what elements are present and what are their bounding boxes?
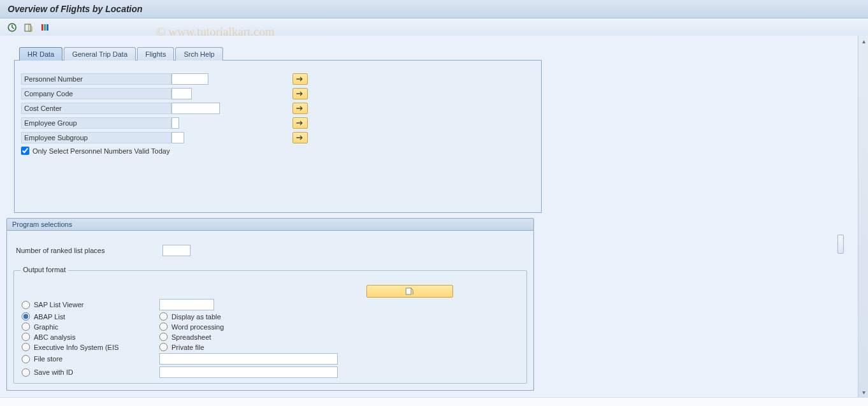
personnel-number-input[interactable] bbox=[171, 73, 208, 85]
content-area: HR Data General Trip Data Flights Srch H… bbox=[0, 36, 858, 397]
only-valid-today-checkbox[interactable] bbox=[21, 147, 29, 155]
cost-center-input[interactable] bbox=[171, 103, 220, 114]
file-store-input[interactable] bbox=[159, 353, 338, 365]
spreadsheet-radio[interactable] bbox=[159, 333, 168, 341]
employee-subgroup-label: Employee Subgroup bbox=[21, 132, 171, 143]
private-file-label: Private file bbox=[171, 344, 204, 351]
cost-center-multi-button[interactable] bbox=[293, 103, 308, 114]
abap-list-radio[interactable] bbox=[22, 312, 30, 321]
word-processing-radio[interactable] bbox=[159, 323, 168, 331]
page-icon bbox=[405, 287, 415, 295]
save-with-id-input[interactable] bbox=[159, 366, 338, 378]
ranked-places-input[interactable] bbox=[163, 245, 191, 256]
tab-flights[interactable]: Flights bbox=[137, 47, 174, 61]
svg-rect-7 bbox=[406, 288, 411, 294]
variant-icon[interactable] bbox=[23, 22, 34, 33]
personnel-number-multi-button[interactable] bbox=[293, 73, 308, 85]
only-valid-today-label: Only Select Personnel Numbers Valid Toda… bbox=[33, 147, 170, 155]
abap-list-label: ABAP List bbox=[34, 313, 65, 321]
arrow-right-icon bbox=[296, 134, 305, 141]
svg-line-2 bbox=[12, 27, 14, 29]
sap-list-viewer-radio[interactable] bbox=[22, 301, 30, 309]
sap-list-viewer-label: SAP List Viewer bbox=[34, 301, 83, 308]
employee-subgroup-input[interactable] bbox=[171, 132, 184, 143]
abc-analysis-radio[interactable] bbox=[22, 333, 30, 341]
save-with-id-radio[interactable] bbox=[22, 368, 30, 377]
eis-radio[interactable] bbox=[22, 343, 30, 351]
inner-scroll-handle[interactable] bbox=[837, 235, 844, 254]
vertical-scrollbar[interactable]: ▴ ▾ bbox=[858, 36, 868, 397]
file-store-label: File store bbox=[34, 355, 62, 363]
scroll-up-icon[interactable]: ▴ bbox=[858, 36, 868, 46]
svg-rect-5 bbox=[44, 24, 46, 31]
status-bar bbox=[0, 397, 868, 406]
employee-group-input[interactable] bbox=[171, 117, 179, 129]
scroll-down-icon[interactable]: ▾ bbox=[858, 387, 868, 397]
arrow-right-icon bbox=[296, 76, 305, 82]
company-code-label: Company Code bbox=[21, 88, 171, 99]
display-as-table-label: Display as table bbox=[171, 313, 221, 321]
ranked-places-label: Number of ranked list places bbox=[16, 247, 163, 254]
file-store-radio[interactable] bbox=[22, 355, 30, 363]
eis-label: Executive Info System (EIS bbox=[34, 344, 119, 351]
output-pager-button[interactable] bbox=[366, 285, 453, 298]
save-with-id-label: Save with ID bbox=[34, 368, 73, 376]
arrow-right-icon bbox=[296, 120, 305, 126]
personnel-number-label: Personnel Number bbox=[21, 73, 171, 85]
employee-group-multi-button[interactable] bbox=[293, 117, 308, 129]
company-code-input[interactable] bbox=[171, 88, 192, 99]
arrow-right-icon bbox=[296, 91, 305, 97]
page-title: Overview of Flights by Location bbox=[0, 0, 868, 18]
svg-rect-4 bbox=[41, 24, 43, 31]
employee-group-label: Employee Group bbox=[21, 117, 171, 129]
spreadsheet-label: Spreadsheet bbox=[171, 333, 211, 341]
selection-icon[interactable] bbox=[40, 22, 51, 33]
svg-rect-3 bbox=[25, 24, 31, 31]
arrow-right-icon bbox=[296, 105, 305, 112]
tab-general-trip-data[interactable]: General Trip Data bbox=[64, 47, 136, 61]
svg-rect-6 bbox=[47, 24, 48, 31]
abc-analysis-label: ABC analysis bbox=[34, 333, 75, 341]
tab-strip: HR Data General Trip Data Flights Srch H… bbox=[19, 47, 851, 61]
tab-srch-help[interactable]: Srch Help bbox=[175, 47, 222, 61]
sap-list-viewer-input[interactable] bbox=[159, 299, 214, 310]
execute-icon[interactable] bbox=[6, 22, 18, 33]
graphic-radio[interactable] bbox=[22, 323, 30, 331]
output-format-legend: Output format bbox=[20, 266, 68, 273]
cost-center-label: Cost Center bbox=[21, 103, 171, 114]
tab-hr-data[interactable]: HR Data bbox=[19, 47, 62, 61]
word-processing-label: Word processing bbox=[171, 323, 224, 331]
graphic-label: Graphic bbox=[34, 323, 59, 331]
private-file-radio[interactable] bbox=[159, 343, 168, 351]
company-code-multi-button[interactable] bbox=[293, 88, 308, 99]
employee-subgroup-multi-button[interactable] bbox=[293, 132, 308, 143]
program-selections-body: Number of ranked list places Output form… bbox=[6, 231, 534, 391]
app-toolbar bbox=[0, 18, 868, 36]
display-as-table-radio[interactable] bbox=[159, 312, 168, 321]
program-selections-header: Program selections bbox=[6, 218, 534, 231]
tab-panel-hr-data: Personnel Number Company Code Cost Cente… bbox=[14, 60, 542, 213]
